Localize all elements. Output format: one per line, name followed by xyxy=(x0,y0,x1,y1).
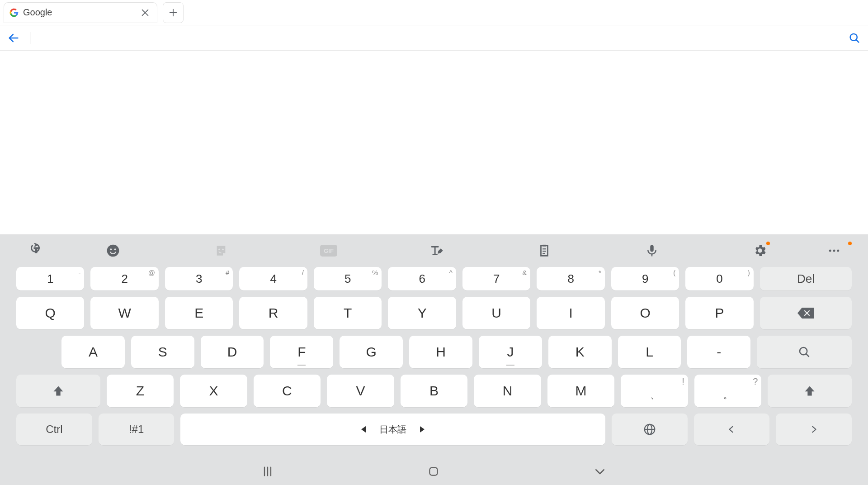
space-language-label: 日本語 xyxy=(379,423,406,436)
svg-point-8 xyxy=(107,245,119,257)
key-superscript: ( xyxy=(673,269,675,276)
home-row-marker xyxy=(506,365,514,366)
key-superscript: & xyxy=(522,269,527,276)
svg-rect-15 xyxy=(542,245,546,247)
key-period[interactable]: 。? xyxy=(694,375,762,407)
key-4[interactable]: 4/ xyxy=(239,267,307,290)
key-a[interactable]: A xyxy=(61,336,125,368)
key-m[interactable]: M xyxy=(547,375,615,407)
omnibox-input[interactable] xyxy=(23,29,845,47)
keyboard-number-row: 1-2@3#4/5%6^7&8*9(0)Del xyxy=(16,267,852,290)
home-row-marker xyxy=(297,365,306,366)
key-l[interactable]: L xyxy=(618,336,681,368)
key-g[interactable]: G xyxy=(340,336,403,368)
key-dash[interactable]: - xyxy=(687,336,750,368)
svg-point-21 xyxy=(829,250,831,252)
new-tab-button[interactable] xyxy=(163,2,184,23)
key-t[interactable]: T xyxy=(314,297,382,329)
key-5[interactable]: 5% xyxy=(314,267,382,290)
key-superscript: @ xyxy=(148,269,155,276)
key-h[interactable]: H xyxy=(409,336,472,368)
key-n[interactable]: N xyxy=(474,375,541,407)
key-shift-left[interactable] xyxy=(16,375,100,407)
key-6[interactable]: 6^ xyxy=(388,267,456,290)
android-hide-keyboard-button[interactable] xyxy=(593,465,607,478)
key-x[interactable]: X xyxy=(180,375,247,407)
more-icon[interactable] xyxy=(814,234,854,267)
key-superscript: - xyxy=(78,269,80,276)
svg-line-6 xyxy=(856,39,859,42)
key-j[interactable]: J xyxy=(479,336,542,368)
key-0[interactable]: 0) xyxy=(685,267,753,290)
svg-point-23 xyxy=(837,250,839,252)
key-w[interactable]: W xyxy=(90,297,158,329)
key-u[interactable]: U xyxy=(462,297,530,329)
key-f[interactable]: F xyxy=(270,336,333,368)
key-superscript: % xyxy=(372,269,378,276)
svg-rect-34 xyxy=(429,467,437,475)
clipboard-icon[interactable] xyxy=(491,234,598,267)
space-prev-language-icon xyxy=(361,426,366,433)
key-shift-right[interactable] xyxy=(768,375,852,407)
back-button[interactable] xyxy=(5,29,23,47)
key-z[interactable]: Z xyxy=(107,375,174,407)
sticker-icon[interactable] xyxy=(167,234,274,267)
close-tab-button[interactable] xyxy=(139,6,151,19)
key-superscript: ^ xyxy=(449,269,453,276)
key-8[interactable]: 8* xyxy=(537,267,604,290)
browser-tab[interactable]: Google xyxy=(4,2,157,23)
key-cursor-left[interactable] xyxy=(694,414,770,445)
android-nav-bar xyxy=(0,458,868,485)
key-y[interactable]: Y xyxy=(388,297,456,329)
omnibox-search-button[interactable] xyxy=(845,29,863,47)
key-k[interactable]: K xyxy=(548,336,612,368)
key-e[interactable]: E xyxy=(165,297,233,329)
key-ctrl[interactable]: Ctrl xyxy=(16,414,92,445)
mode-toggle-icon[interactable]: T xyxy=(14,234,59,267)
android-recents-button[interactable] xyxy=(261,465,274,478)
key-backspace[interactable] xyxy=(760,297,852,329)
key-7[interactable]: 7& xyxy=(462,267,530,290)
key-symbols[interactable]: !#1 xyxy=(99,414,175,445)
key-i[interactable]: I xyxy=(537,297,604,329)
settings-icon[interactable] xyxy=(706,234,814,267)
svg-point-12 xyxy=(222,249,223,250)
key-3[interactable]: 3# xyxy=(165,267,233,290)
key-superscript: * xyxy=(599,269,601,276)
key-2[interactable]: 2@ xyxy=(90,267,158,290)
key-s[interactable]: S xyxy=(131,336,194,368)
key-language-globe[interactable] xyxy=(612,414,688,445)
emoji-icon[interactable] xyxy=(59,234,167,267)
settings-notification-dot xyxy=(766,242,770,245)
key-1[interactable]: 1- xyxy=(16,267,84,290)
key-search[interactable] xyxy=(757,336,852,368)
google-favicon xyxy=(9,8,19,17)
keyboard-toolbar: T GIF xyxy=(0,234,868,267)
omnibox-row xyxy=(0,25,868,51)
key-cursor-right[interactable] xyxy=(776,414,852,445)
text-edit-icon[interactable] xyxy=(382,234,490,267)
key-9[interactable]: 9( xyxy=(611,267,679,290)
svg-line-27 xyxy=(806,354,809,357)
android-home-button[interactable] xyxy=(428,466,439,477)
key-d[interactable]: D xyxy=(201,336,264,368)
key-c[interactable]: C xyxy=(254,375,321,407)
key-superscript: ) xyxy=(748,269,750,276)
key-space[interactable]: 日本語 xyxy=(180,414,605,445)
key-q[interactable]: Q xyxy=(16,297,84,329)
svg-text:T: T xyxy=(34,247,38,254)
svg-point-9 xyxy=(110,248,112,250)
virtual-keyboard: T GIF 1-2@3#4/5%6^7&8 xyxy=(0,234,868,485)
tab-title: Google xyxy=(23,7,134,18)
voice-input-icon[interactable] xyxy=(598,234,706,267)
key-delete[interactable]: Del xyxy=(760,267,852,290)
key-b[interactable]: B xyxy=(401,375,468,407)
key-comma[interactable]: 、! xyxy=(621,375,688,407)
key-v[interactable]: V xyxy=(327,375,394,407)
svg-point-22 xyxy=(833,250,835,252)
key-o[interactable]: O xyxy=(611,297,679,329)
key-r[interactable]: R xyxy=(239,297,307,329)
gif-icon[interactable]: GIF xyxy=(275,234,382,267)
keyboard-row-z: ZXCVBNM、!。? xyxy=(16,375,852,407)
key-p[interactable]: P xyxy=(685,297,753,329)
